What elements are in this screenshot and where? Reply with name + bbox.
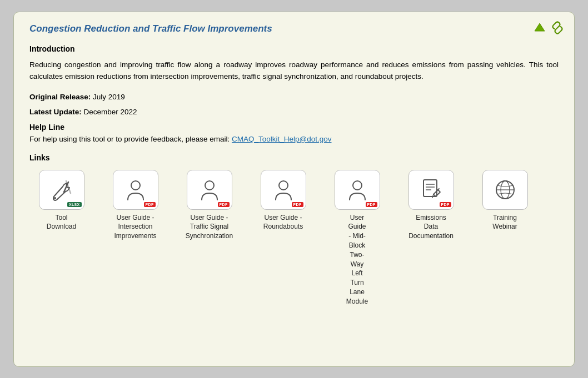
- latest-update-label: Latest Update:: [29, 108, 82, 116]
- links-heading: Links: [29, 153, 559, 162]
- help-text-prefix: For help using this tool or to provide f…: [29, 135, 232, 143]
- original-release-value: July 2019: [91, 93, 125, 101]
- original-release-line: Original Release: July 2019: [29, 93, 559, 101]
- user-guide-traffic-signal-label: User Guide -Traffic SignalSynchronizatio…: [186, 213, 233, 241]
- helpline-heading: Help Line: [29, 123, 559, 132]
- link-item-training-webinar[interactable]: TrainingWebinar: [473, 170, 537, 232]
- original-release-label: Original Release:: [29, 93, 91, 101]
- user-guide-mid-block-label: UserGuide- Mid-BlockTwo-WayLeftTurnLaneM…: [346, 213, 368, 306]
- pdf-badge-emissions: PDF: [440, 202, 451, 207]
- xlsx-badge: XLSX: [67, 202, 81, 207]
- svg-line-1: [556, 27, 559, 29]
- user-guide-traffic-signal-icon-box: PDF: [187, 170, 232, 210]
- emissions-data-doc-label: EmissionsDataDocumentation: [408, 213, 454, 241]
- intro-heading: Introduction: [29, 44, 559, 53]
- user-guide-roundabouts-icon-box: PDF: [261, 170, 306, 210]
- latest-update-line: Latest Update: December 2022: [29, 108, 559, 116]
- pdf-badge-mid-block: PDF: [366, 202, 377, 207]
- training-webinar-icon-box: [482, 170, 528, 210]
- user-guide-mid-block-icon-box: PDF: [335, 170, 380, 210]
- link-item-emissions-data-doc[interactable]: PDF EmissionsDataDocumentation: [399, 170, 463, 241]
- top-icons: [533, 21, 564, 34]
- emissions-data-doc-icon-box: PDF: [408, 170, 454, 210]
- user-guide-intersection-label: User Guide -IntersectionImprovements: [114, 213, 156, 241]
- pdf-badge-intersection: PDF: [144, 202, 156, 207]
- user-guide-roundabouts-icon: [270, 177, 297, 203]
- svg-line-13: [438, 189, 439, 190]
- svg-point-8: [353, 181, 362, 190]
- svg-point-6: [205, 181, 214, 190]
- page-title: Congestion Reduction and Traffic Flow Im…: [29, 23, 559, 34]
- svg-marker-0: [535, 23, 545, 31]
- intro-text: Reducing congestion and improving traffi…: [29, 59, 559, 83]
- link-item-tool-download[interactable]: XLSX ToolDownload: [29, 170, 93, 232]
- main-card: Congestion Reduction and Traffic Flow Im…: [13, 12, 575, 367]
- help-text: For help using this tool or to provide f…: [29, 135, 559, 143]
- link-item-user-guide-mid-block[interactable]: PDF UserGuide- Mid-BlockTwo-WayLeftTurnL…: [325, 170, 389, 306]
- link-icon[interactable]: [551, 21, 564, 34]
- tool-download-label: ToolDownload: [47, 213, 76, 232]
- link-item-user-guide-intersection[interactable]: PDF User Guide -IntersectionImprovements: [103, 170, 167, 241]
- svg-point-5: [131, 181, 140, 190]
- pdf-badge-traffic-signal: PDF: [218, 202, 230, 207]
- svg-point-7: [279, 181, 288, 190]
- arrow-up-icon[interactable]: [533, 21, 546, 34]
- tool-download-icon-box: XLSX: [39, 170, 84, 210]
- pdf-badge-roundabouts: PDF: [292, 202, 303, 207]
- training-webinar-label: TrainingWebinar: [492, 213, 517, 232]
- link-item-user-guide-traffic-signal[interactable]: PDF User Guide -Traffic SignalSynchroniz…: [177, 170, 241, 241]
- user-guide-intersection-icon-box: PDF: [113, 170, 158, 210]
- link-item-user-guide-roundabouts[interactable]: PDF User Guide -Roundabouts: [251, 170, 315, 232]
- links-row: XLSX ToolDownload PDF User Guide -Inters…: [29, 170, 559, 306]
- user-guide-intersection-icon: [122, 177, 149, 203]
- user-guide-mid-block-icon: [344, 177, 371, 203]
- svg-point-2: [54, 197, 56, 199]
- user-guide-traffic-signal-icon: [196, 177, 223, 203]
- help-email-link[interactable]: CMAQ_Toolkit_Help@dot.gov: [232, 135, 332, 143]
- svg-line-14: [432, 194, 433, 198]
- latest-update-value: December 2022: [82, 108, 137, 116]
- tool-download-icon: [48, 177, 75, 203]
- training-webinar-icon: [492, 177, 519, 203]
- user-guide-roundabouts-label: User Guide -Roundabouts: [263, 213, 303, 232]
- emissions-data-doc-icon: [418, 177, 445, 203]
- svg-rect-9: [423, 180, 437, 196]
